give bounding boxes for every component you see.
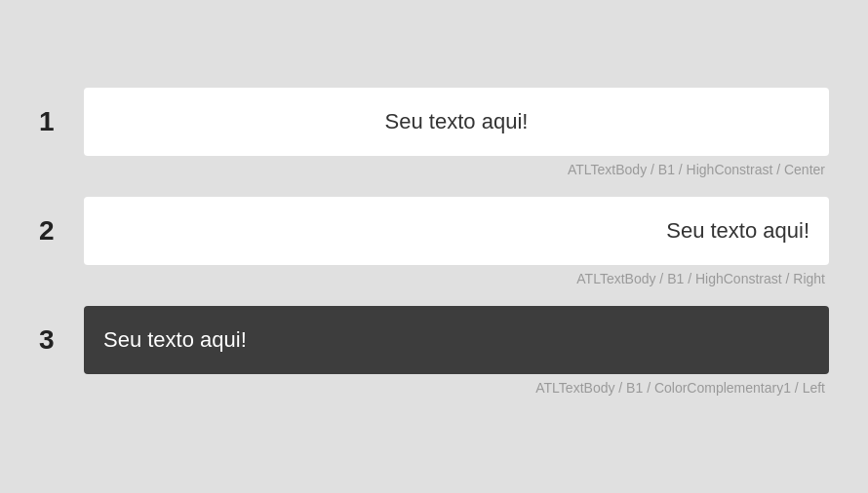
row-header-3: 3Seu texto aqui! — [39, 306, 829, 374]
caption-1: ATLTextBody / B1 / HighConstrast / Cente… — [39, 162, 829, 177]
row-2: 2Seu texto aqui!ATLTextBody / B1 / HighC… — [39, 197, 829, 286]
caption-3: ATLTextBody / B1 / ColorComplementary1 /… — [39, 380, 829, 396]
text-box-1: Seu texto aqui! — [84, 88, 829, 156]
row-header-1: 1Seu texto aqui! — [39, 88, 829, 156]
row-1: 1Seu texto aqui!ATLTextBody / B1 / HighC… — [39, 88, 829, 177]
row-number-1: 1 — [39, 106, 68, 137]
caption-2: ATLTextBody / B1 / HighConstrast / Right — [39, 271, 829, 286]
text-box-3: Seu texto aqui! — [84, 306, 829, 374]
row-number-2: 2 — [39, 215, 68, 246]
row-number-3: 3 — [39, 324, 68, 356]
row-header-2: 2Seu texto aqui! — [39, 197, 829, 265]
text-box-2: Seu texto aqui! — [84, 197, 829, 265]
rows-container: 1Seu texto aqui!ATLTextBody / B1 / HighC… — [39, 88, 829, 405]
row-3: 3Seu texto aqui!ATLTextBody / B1 / Color… — [39, 306, 829, 396]
